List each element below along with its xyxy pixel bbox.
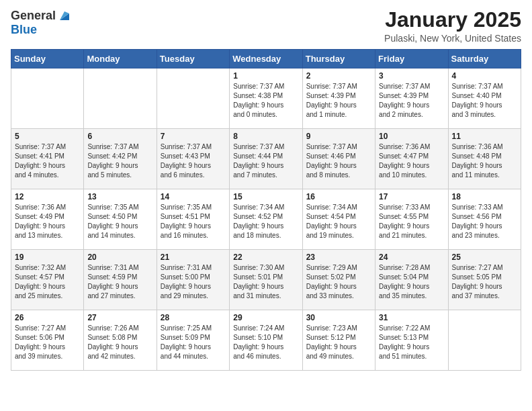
day-number: 7	[161, 132, 226, 141]
calendar-cell: 28Sunrise: 7:25 AM Sunset: 5:09 PM Dayli…	[157, 310, 229, 371]
calendar-cell: 3Sunrise: 7:37 AM Sunset: 4:39 PM Daylig…	[375, 68, 448, 129]
calendar-cell: 14Sunrise: 7:35 AM Sunset: 4:51 PM Dayli…	[157, 189, 229, 250]
header: General Blue January 2025 Pulaski, New Y…	[11, 8, 521, 44]
day-info: Sunrise: 7:34 AM Sunset: 4:54 PM Dayligh…	[306, 203, 371, 240]
day-number: 10	[379, 132, 444, 141]
day-info: Sunrise: 7:37 AM Sunset: 4:44 PM Dayligh…	[233, 142, 298, 180]
day-info: Sunrise: 7:22 AM Sunset: 5:13 PM Dayligh…	[379, 324, 444, 361]
day-info: Sunrise: 7:23 AM Sunset: 5:12 PM Dayligh…	[306, 324, 371, 361]
day-number: 21	[161, 253, 226, 262]
day-info: Sunrise: 7:33 AM Sunset: 4:55 PM Dayligh…	[379, 203, 444, 240]
day-info: Sunrise: 7:28 AM Sunset: 5:04 PM Dayligh…	[379, 263, 444, 301]
day-number: 13	[87, 192, 152, 201]
day-info: Sunrise: 7:36 AM Sunset: 4:47 PM Dayligh…	[379, 142, 444, 180]
calendar-week-row: 19Sunrise: 7:32 AM Sunset: 4:57 PM Dayli…	[11, 250, 521, 310]
day-info: Sunrise: 7:27 AM Sunset: 5:05 PM Dayligh…	[452, 263, 517, 301]
calendar-cell: 20Sunrise: 7:31 AM Sunset: 4:59 PM Dayli…	[84, 250, 157, 310]
calendar-cell: 11Sunrise: 7:36 AM Sunset: 4:48 PM Dayli…	[448, 129, 521, 189]
day-number: 14	[161, 192, 226, 201]
calendar-day-header: Saturday	[448, 50, 521, 68]
calendar-week-row: 12Sunrise: 7:36 AM Sunset: 4:49 PM Dayli…	[11, 189, 521, 250]
day-number: 16	[306, 192, 371, 201]
logo-icon	[57, 8, 72, 23]
day-number: 29	[233, 313, 298, 322]
calendar-cell: 5Sunrise: 7:37 AM Sunset: 4:41 PM Daylig…	[11, 129, 84, 189]
day-number: 28	[161, 313, 226, 322]
calendar-cell: 12Sunrise: 7:36 AM Sunset: 4:49 PM Dayli…	[11, 189, 84, 250]
day-number: 22	[233, 253, 298, 262]
title-block: January 2025 Pulaski, New York, United S…	[384, 8, 521, 44]
day-info: Sunrise: 7:36 AM Sunset: 4:49 PM Dayligh…	[15, 203, 80, 240]
day-number: 4	[452, 71, 517, 81]
day-number: 8	[233, 132, 298, 141]
calendar-day-header: Wednesday	[230, 50, 302, 68]
calendar-cell: 2Sunrise: 7:37 AM Sunset: 4:39 PM Daylig…	[302, 68, 375, 129]
day-info: Sunrise: 7:26 AM Sunset: 5:08 PM Dayligh…	[87, 324, 152, 361]
day-info: Sunrise: 7:31 AM Sunset: 5:00 PM Dayligh…	[161, 263, 226, 301]
day-number: 30	[306, 313, 371, 322]
day-number: 17	[379, 192, 444, 201]
calendar-cell	[84, 68, 157, 129]
day-number: 23	[306, 253, 371, 262]
day-info: Sunrise: 7:35 AM Sunset: 4:50 PM Dayligh…	[87, 203, 152, 240]
page: General Blue January 2025 Pulaski, New Y…	[0, 0, 532, 411]
calendar-cell: 13Sunrise: 7:35 AM Sunset: 4:50 PM Dayli…	[84, 189, 157, 250]
calendar-cell: 30Sunrise: 7:23 AM Sunset: 5:12 PM Dayli…	[302, 310, 375, 371]
calendar-week-row: 1Sunrise: 7:37 AM Sunset: 4:38 PM Daylig…	[11, 68, 521, 129]
day-info: Sunrise: 7:24 AM Sunset: 5:10 PM Dayligh…	[233, 324, 298, 361]
calendar-cell: 22Sunrise: 7:30 AM Sunset: 5:01 PM Dayli…	[230, 250, 302, 310]
day-number: 20	[87, 253, 152, 262]
calendar-cell: 8Sunrise: 7:37 AM Sunset: 4:44 PM Daylig…	[230, 129, 302, 189]
day-info: Sunrise: 7:37 AM Sunset: 4:43 PM Dayligh…	[161, 142, 226, 180]
calendar-cell: 27Sunrise: 7:26 AM Sunset: 5:08 PM Dayli…	[84, 310, 157, 371]
day-number: 5	[15, 132, 80, 141]
day-info: Sunrise: 7:37 AM Sunset: 4:41 PM Dayligh…	[15, 142, 80, 180]
calendar-cell: 25Sunrise: 7:27 AM Sunset: 5:05 PM Dayli…	[448, 250, 521, 310]
day-number: 12	[15, 192, 80, 201]
calendar-cell: 10Sunrise: 7:36 AM Sunset: 4:47 PM Dayli…	[375, 129, 448, 189]
day-number: 19	[15, 253, 80, 262]
calendar: SundayMondayTuesdayWednesdayThursdayFrid…	[11, 49, 521, 371]
day-number: 26	[15, 313, 80, 322]
day-number: 2	[306, 71, 371, 81]
calendar-cell: 29Sunrise: 7:24 AM Sunset: 5:10 PM Dayli…	[230, 310, 302, 371]
calendar-cell: 17Sunrise: 7:33 AM Sunset: 4:55 PM Dayli…	[375, 189, 448, 250]
day-info: Sunrise: 7:34 AM Sunset: 4:52 PM Dayligh…	[233, 203, 298, 240]
day-number: 18	[452, 192, 517, 201]
calendar-day-header: Thursday	[302, 50, 375, 68]
day-info: Sunrise: 7:37 AM Sunset: 4:39 PM Dayligh…	[379, 82, 444, 120]
calendar-cell: 31Sunrise: 7:22 AM Sunset: 5:13 PM Dayli…	[375, 310, 448, 371]
calendar-day-header: Tuesday	[157, 50, 229, 68]
day-info: Sunrise: 7:37 AM Sunset: 4:39 PM Dayligh…	[306, 82, 371, 120]
location: Pulaski, New York, United States	[384, 33, 521, 44]
day-number: 31	[379, 313, 444, 322]
calendar-day-header: Monday	[84, 50, 157, 68]
calendar-week-row: 26Sunrise: 7:27 AM Sunset: 5:06 PM Dayli…	[11, 310, 521, 371]
calendar-cell: 7Sunrise: 7:37 AM Sunset: 4:43 PM Daylig…	[157, 129, 229, 189]
calendar-cell	[11, 68, 84, 129]
day-info: Sunrise: 7:29 AM Sunset: 5:02 PM Dayligh…	[306, 263, 371, 301]
calendar-cell: 4Sunrise: 7:37 AM Sunset: 4:40 PM Daylig…	[448, 68, 521, 129]
day-number: 11	[452, 132, 517, 141]
day-info: Sunrise: 7:33 AM Sunset: 4:56 PM Dayligh…	[452, 203, 517, 240]
calendar-cell: 18Sunrise: 7:33 AM Sunset: 4:56 PM Dayli…	[448, 189, 521, 250]
day-number: 15	[233, 192, 298, 201]
calendar-week-row: 5Sunrise: 7:37 AM Sunset: 4:41 PM Daylig…	[11, 129, 521, 189]
month-title: January 2025	[384, 8, 521, 32]
calendar-cell: 9Sunrise: 7:37 AM Sunset: 4:46 PM Daylig…	[302, 129, 375, 189]
logo-general-text: General	[11, 9, 56, 23]
day-number: 27	[87, 313, 152, 322]
day-number: 9	[306, 132, 371, 141]
calendar-header-row: SundayMondayTuesdayWednesdayThursdayFrid…	[11, 50, 521, 68]
calendar-cell: 26Sunrise: 7:27 AM Sunset: 5:06 PM Dayli…	[11, 310, 84, 371]
calendar-day-header: Friday	[375, 50, 448, 68]
day-number: 1	[233, 71, 298, 81]
calendar-cell: 21Sunrise: 7:31 AM Sunset: 5:00 PM Dayli…	[157, 250, 229, 310]
day-info: Sunrise: 7:30 AM Sunset: 5:01 PM Dayligh…	[233, 263, 298, 301]
day-number: 3	[379, 71, 444, 81]
day-info: Sunrise: 7:31 AM Sunset: 4:59 PM Dayligh…	[87, 263, 152, 301]
calendar-cell: 16Sunrise: 7:34 AM Sunset: 4:54 PM Dayli…	[302, 189, 375, 250]
calendar-cell	[157, 68, 229, 129]
day-number: 6	[87, 132, 152, 141]
day-info: Sunrise: 7:35 AM Sunset: 4:51 PM Dayligh…	[161, 203, 226, 240]
